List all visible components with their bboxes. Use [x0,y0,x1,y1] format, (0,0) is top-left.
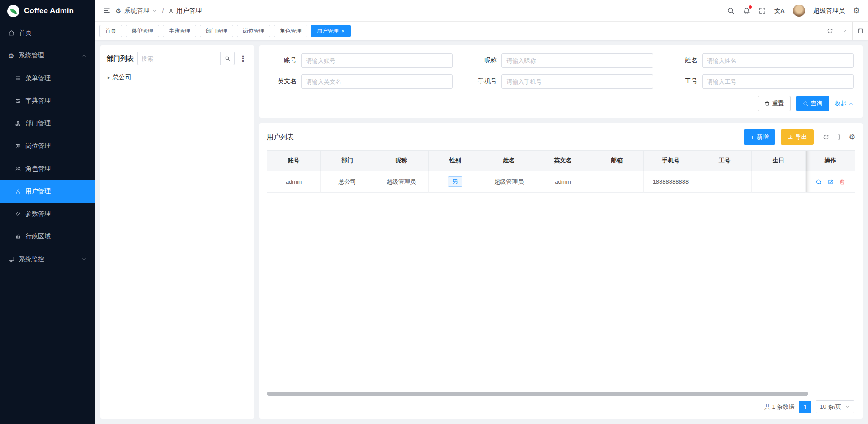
tree-node-label: 总公司 [113,73,132,81]
plus-icon: + [750,134,755,141]
account-input[interactable] [301,53,453,68]
sidebar-group-system-monitor[interactable]: 系统监控 [0,248,95,271]
caret-right-icon[interactable]: ▸ [108,75,110,81]
department-panel: 部门列表 ⋮ ▸ 总公司 [100,45,254,419]
col-header-birthday: 生日 [752,150,806,171]
field-label: 姓名 [670,57,702,65]
total-count-text: 共 1 条数据 [764,403,794,411]
avatar[interactable] [793,5,805,17]
paperclip-icon [15,211,21,217]
sidebar-item-dict-mgmt[interactable]: 字典管理 [0,90,95,112]
cell-email [590,171,644,193]
chevron-down-icon [152,8,157,14]
sidebar-group-label: 系统管理 [19,52,44,60]
horizontal-scrollbar-thumb[interactable] [267,392,808,396]
sidebar-item-post-mgmt[interactable]: 岗位管理 [0,135,95,157]
expand-square-icon [857,28,863,34]
breadcrumb-parent[interactable]: ⚙ 系统管理 [115,7,157,15]
sidebar-item-label: 首页 [19,29,32,37]
user-list-actions: + 新增 导出 [744,129,855,145]
fullscreen-button[interactable] [759,7,766,14]
view-row-button[interactable] [816,179,822,185]
refresh-icon [823,134,829,140]
sidebar-item-dept-mgmt[interactable]: 部门管理 [0,112,95,135]
tab-label: 首页 [105,27,116,35]
search-button[interactable]: 查询 [796,96,829,111]
notifications-button[interactable] [743,7,750,14]
logo-icon [7,5,19,17]
close-icon[interactable]: × [341,28,345,34]
trash-icon [839,179,845,185]
tab-user-mgmt[interactable]: 用户管理 × [311,25,351,37]
job-no-input[interactable] [702,74,854,89]
export-button-label: 导出 [795,133,807,141]
sidebar-nav: 首页 ⚙ 系统管理 菜单管理 字典管理 部门管理 岗位管理 角色管理 [0,22,95,424]
cell-phone: 18888888888 [644,171,698,193]
sidebar-group-label: 系统监控 [19,255,44,263]
name-input[interactable] [702,53,854,68]
search-icon [803,101,808,106]
department-search-input[interactable] [137,52,220,65]
delete-row-button[interactable] [839,179,845,185]
department-search [137,52,235,65]
row-height-button[interactable] [836,134,842,140]
home-icon [8,30,14,36]
tab-options-button[interactable] [838,22,852,40]
department-search-button[interactable] [220,52,235,65]
row-height-icon [836,134,842,140]
tab-dept-mgmt[interactable]: 部门管理 [200,25,233,37]
field-label: 工号 [670,77,702,86]
sidebar-item-home[interactable]: 首页 [0,22,95,44]
collapse-filter-button[interactable]: 收起 [835,100,854,108]
pagination-footer: 共 1 条数据 1 10 条/页 [267,399,855,414]
tab-label: 用户管理 [317,27,339,35]
settings-button[interactable]: ⚙ [853,7,860,14]
app-logo[interactable]: Coffee Admin [0,0,95,22]
column-settings-button[interactable]: ⚙ [849,133,855,141]
search-button-label: 查询 [811,100,822,108]
reset-button[interactable]: 重置 [758,96,791,111]
global-search-button[interactable] [727,7,735,14]
en-name-input[interactable] [301,74,453,89]
sidebar-item-region[interactable]: 行政区域 [0,225,95,248]
nickname-input[interactable] [501,53,653,68]
menu-fold-icon [103,7,111,14]
col-header-account: 账号 [267,150,321,171]
main-column: ⚙ 系统管理 / 用户管理 文A [95,0,868,424]
tree-node-root[interactable]: ▸ 总公司 [107,71,248,83]
page-button-1[interactable]: 1 [799,401,811,413]
collapse-sidebar-button[interactable] [103,7,111,14]
tab-role-mgmt[interactable]: 角色管理 [274,25,307,37]
tab-dict-mgmt[interactable]: 字典管理 [163,25,196,37]
col-header-dept: 部门 [321,150,374,171]
col-header-email: 邮箱 [590,150,644,171]
sidebar-item-menu-mgmt[interactable]: 菜单管理 [0,67,95,90]
current-user-name[interactable]: 超级管理员 [813,7,845,15]
page-size-select[interactable]: 10 条/页 [816,400,854,413]
tab-post-mgmt[interactable]: 岗位管理 [237,25,270,37]
tab-menu-mgmt[interactable]: 菜单管理 [126,25,159,37]
sidebar-item-label: 岗位管理 [25,142,51,150]
field-name: 姓名 [670,53,854,68]
language-switch-button[interactable]: 文A [774,7,784,15]
phone-input[interactable] [501,74,653,89]
sidebar-item-role-mgmt[interactable]: 角色管理 [0,157,95,180]
tab-home[interactable]: 首页 [99,25,122,37]
col-header-name: 姓名 [482,150,536,171]
chevron-down-icon [81,257,87,262]
sidebar-item-user-mgmt[interactable]: 用户管理 [0,180,95,203]
sidebar-item-param-mgmt[interactable]: 参数管理 [0,203,95,225]
more-options-icon[interactable]: ⋮ [238,54,248,63]
cell-en-name: admin [536,171,590,193]
breadcrumb-parent-label: 系统管理 [124,7,149,15]
sidebar-group-system-mgmt[interactable]: ⚙ 系统管理 [0,44,95,67]
add-user-button[interactable]: + 新增 [744,129,775,145]
field-label: 昵称 [469,57,501,65]
refresh-table-button[interactable] [823,134,829,140]
content-fullscreen-button[interactable] [852,22,868,40]
search-icon [727,7,735,14]
edit-row-button[interactable] [827,179,834,185]
export-button[interactable]: 导出 [781,129,814,145]
refresh-tab-button[interactable] [822,22,838,40]
chevron-down-icon [842,28,848,33]
